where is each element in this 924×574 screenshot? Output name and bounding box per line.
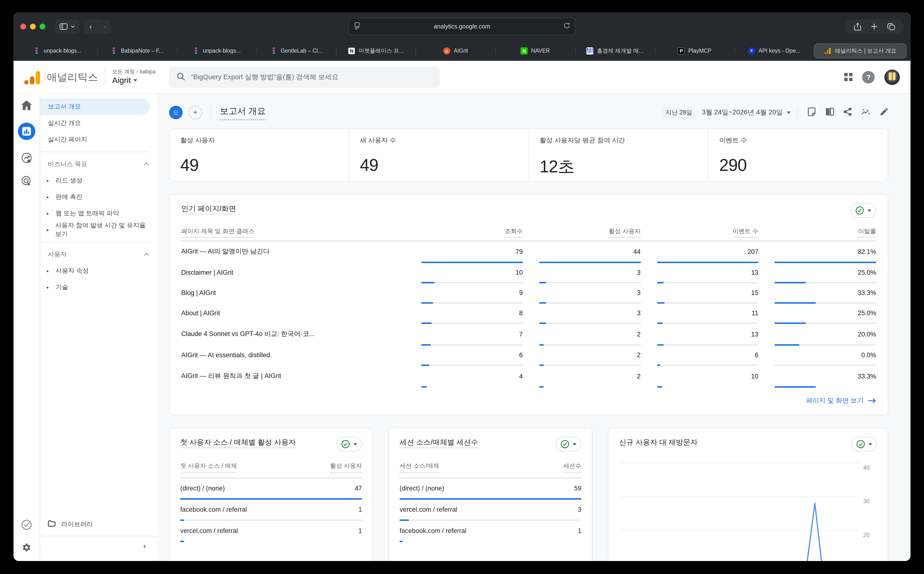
- data-quality-dropdown[interactable]: [851, 203, 876, 218]
- sidebar-item[interactable]: 실시간 페이지: [40, 131, 150, 148]
- bounce-cell: 20.0%: [758, 330, 876, 338]
- report-header: 모 + 보고서 개요 지난 28일 3월 24일~2026년 4월 20일: [169, 98, 888, 126]
- sidebar-toggle-button[interactable]: [55, 19, 79, 34]
- tab-overview-icon[interactable]: [883, 23, 899, 30]
- library-item[interactable]: 라이브러리: [40, 516, 157, 533]
- column-header[interactable]: 조회수: [505, 227, 523, 236]
- sidebar-item[interactable]: ▸기술: [40, 279, 157, 295]
- table-row[interactable]: Claude 4 Sonnet vs GPT-4o 비교: 한국어·코...72…: [181, 324, 876, 338]
- browser-tab-10-active[interactable]: 애널리틱스 | 보고서 개요: [814, 43, 907, 58]
- table-row[interactable]: Blog | AIGrit931533.3%: [181, 283, 876, 296]
- table-row[interactable]: (direct) / (none)47: [180, 478, 362, 492]
- dimension-header[interactable]: 첫 사용자 소스 / 매체: [180, 462, 237, 473]
- column-header[interactable]: 활성 사용자: [609, 227, 641, 236]
- reader-view-icon[interactable]: [354, 22, 361, 31]
- metric-header[interactable]: 세션수: [563, 462, 581, 473]
- browser-tab-9[interactable]: ✳API keys - Ope...: [734, 41, 814, 61]
- sidebar-icon: [59, 23, 68, 30]
- edit-icon[interactable]: [880, 107, 888, 118]
- account-switcher[interactable]: 모든 계정 › babipa Aigrit: [112, 69, 156, 85]
- metric-cell: 2: [523, 372, 641, 380]
- sidebar-section-header[interactable]: 비즈니스 목표: [40, 156, 157, 172]
- reload-icon[interactable]: [563, 22, 570, 31]
- table-row[interactable]: vercel.com / referral1: [180, 521, 362, 535]
- value-cell: 59: [574, 485, 581, 492]
- sidebar-item[interactable]: 보고서 개요: [40, 98, 150, 115]
- share-page-icon[interactable]: [850, 22, 865, 31]
- sidebar-item[interactable]: ▸웹 또는 앱 트래픽 파악: [40, 205, 157, 222]
- browser-tab-4[interactable]: N마켓플레이스 프...: [336, 41, 416, 61]
- settings-gear-icon[interactable]: [21, 542, 32, 553]
- date-range-picker[interactable]: 3월 24일~2026년 4월 20일: [702, 108, 791, 117]
- column-header[interactable]: 이벤트 수: [733, 227, 758, 236]
- sidebar-item[interactable]: ▸사용자 참여 발생 시간 및 유지율 보기: [40, 222, 157, 238]
- metric-label: 이벤트 수: [719, 136, 877, 145]
- advertising-icon[interactable]: [21, 176, 32, 186]
- sidebar-section-header[interactable]: 사용자: [40, 246, 157, 263]
- sidebar-item[interactable]: ▸사용자 속성: [40, 263, 157, 279]
- row-bar: [400, 498, 581, 500]
- account-breadcrumb: 모든 계정 › babipa: [112, 69, 156, 75]
- browser-tab-6[interactable]: NNAVER: [495, 41, 575, 61]
- browser-tab-1[interactable]: BabipaNote – F...: [97, 41, 177, 61]
- forward-button[interactable]: ›: [97, 19, 111, 34]
- address-bar[interactable]: analytics.google.com: [348, 18, 576, 35]
- browser-tab-0[interactable]: unpack-blogs...: [17, 41, 97, 61]
- data-quality-dropdown[interactable]: [851, 437, 877, 451]
- apps-grid-icon[interactable]: [844, 73, 853, 81]
- table-row[interactable]: Disclaimer | AIGrit1031325.0%: [181, 263, 876, 276]
- column-header[interactable]: 이탈률: [858, 227, 876, 236]
- reports-icon[interactable]: [18, 123, 35, 140]
- tasks-check-icon[interactable]: [21, 519, 32, 530]
- data-quality-dropdown[interactable]: [556, 437, 581, 451]
- browser-tab-3[interactable]: GentleLab – Cl...: [256, 41, 336, 61]
- dimension-header[interactable]: 세션 소스/매체: [400, 462, 439, 473]
- new-tab-icon[interactable]: [867, 23, 881, 30]
- row-bars: [181, 302, 876, 304]
- table-row[interactable]: facebook.com / referral1: [400, 521, 581, 535]
- explore-icon[interactable]: [21, 153, 32, 163]
- table-row[interactable]: AIGrit — AI essentials, distilled.6260.0…: [181, 346, 876, 359]
- page-title: 보고서 개요: [220, 105, 266, 120]
- comparison-panels-icon[interactable]: [826, 107, 834, 118]
- browser-tab-7[interactable]: 홈경제신문사홈경제 재개발 매...: [575, 41, 655, 61]
- zoom-window-button[interactable]: [40, 24, 46, 30]
- column-header[interactable]: 페이지 제목 및 화면 클래스: [181, 227, 255, 236]
- insights-icon[interactable]: [861, 107, 870, 118]
- home-icon[interactable]: [21, 101, 32, 110]
- add-comparison-button[interactable]: +: [188, 106, 202, 119]
- news-favicon: 홈경제신문사: [586, 47, 593, 54]
- sidebar-item[interactable]: ▸리드 생성: [40, 172, 157, 189]
- tab-label: API keys - Ope...: [758, 48, 801, 54]
- metric-value: 49: [360, 155, 518, 175]
- ga-favicon: [824, 47, 831, 54]
- browser-tab-8[interactable]: PPlayMCP: [655, 41, 734, 61]
- table-row[interactable]: AIGrit — AI의 알맹이만 남긴다794420782.1%: [181, 241, 876, 256]
- feedback-note-icon[interactable]: [807, 107, 816, 118]
- metric-cell: 2: [523, 330, 641, 338]
- view-pages-link[interactable]: 페이지 및 화면 보기: [806, 396, 876, 405]
- nav-collapse-button[interactable]: ‹: [40, 536, 157, 555]
- source-table: 세션 소스/매체세션수(direct) / (none)59vercel.com…: [400, 462, 581, 542]
- sidebar-item[interactable]: 실시간 개요: [40, 115, 150, 131]
- search-input[interactable]: "BigQuery Export 실행 방법"을(를) 검색해 보세요: [169, 66, 440, 88]
- table-row[interactable]: facebook.com / referral1: [180, 500, 362, 513]
- table-row[interactable]: AIGrit — 리뷰 원칙과 첫 글 | AIGrit421033.3%: [181, 366, 876, 380]
- date-preset-badge: 지난 28일: [663, 107, 695, 118]
- minimize-window-button[interactable]: [30, 24, 36, 30]
- browser-tab-5[interactable]: ◎AIGrit: [416, 41, 495, 61]
- chevron-down-icon: [71, 25, 75, 28]
- share-icon[interactable]: [844, 107, 851, 118]
- table-row[interactable]: vercel.com / referral3: [400, 500, 581, 513]
- browser-tab-2[interactable]: unpack-blogs...: [177, 41, 256, 61]
- table-row[interactable]: About | AIGrit831125.0%: [181, 304, 876, 317]
- table-row[interactable]: (direct) / (none)59: [400, 478, 581, 492]
- avatar[interactable]: [884, 69, 900, 85]
- metric-header[interactable]: 활성 사용자: [330, 462, 362, 473]
- sidebar-item[interactable]: ▸판매 촉진: [40, 189, 157, 205]
- back-button[interactable]: ‹: [84, 19, 97, 34]
- audience-chip[interactable]: 모: [169, 106, 183, 119]
- close-window-button[interactable]: [20, 24, 26, 30]
- help-icon[interactable]: ?: [862, 71, 875, 83]
- data-quality-dropdown[interactable]: [336, 437, 362, 451]
